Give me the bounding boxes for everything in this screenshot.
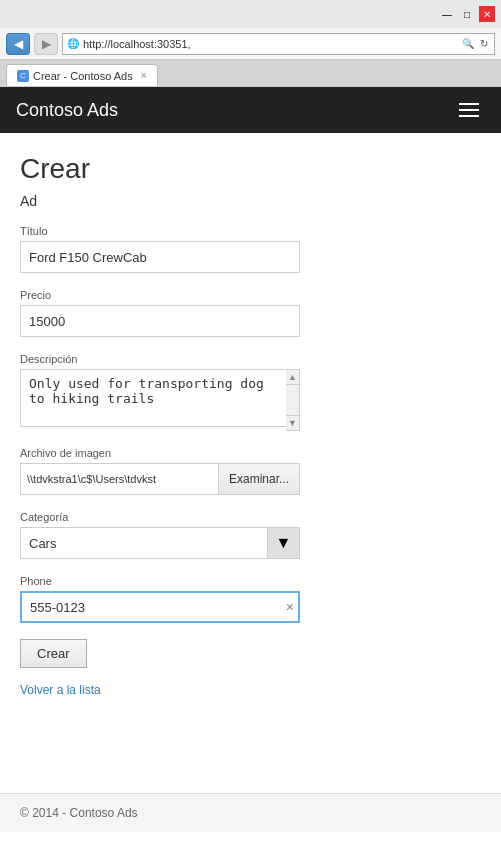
search-icon[interactable]: 🔍	[460, 38, 476, 49]
categoria-label: Categoría	[20, 511, 481, 523]
phone-clear-button[interactable]: ×	[286, 600, 294, 614]
descripcion-wrapper: ▲ ▼	[20, 369, 300, 431]
archivo-field-group: Archivo de imagen \\tdvkstra1\c$\Users\t…	[20, 447, 481, 495]
archivo-label: Archivo de imagen	[20, 447, 481, 459]
title-bar: — □ ✕	[0, 0, 501, 28]
close-button[interactable]: ✕	[479, 6, 495, 22]
section-title: Ad	[20, 193, 481, 209]
maximize-button[interactable]: □	[459, 6, 475, 22]
footer: © 2014 - Contoso Ads	[0, 793, 501, 832]
navbar-toggle-button[interactable]	[453, 97, 485, 123]
forward-button[interactable]: ▶	[34, 33, 58, 55]
file-input-wrapper: \\tdvkstra1\c$\Users\tdvkst Examinar...	[20, 463, 300, 495]
toggle-line-1	[459, 103, 479, 105]
url-actions: 🔍 ↻	[460, 38, 490, 49]
address-bar: ◀ ▶ 🌐 http://localhost:30351, 🔍 ↻	[0, 28, 501, 60]
tab-favicon: C	[17, 70, 29, 82]
page-icon: 🌐	[67, 38, 79, 49]
back-button[interactable]: ◀	[6, 33, 30, 55]
toggle-line-2	[459, 109, 479, 111]
main-content: Crear Ad Título Precio Descripción ▲ ▼ A…	[0, 133, 501, 773]
categoria-select[interactable]: Cars ▼	[20, 527, 300, 559]
precio-field-group: Precio	[20, 289, 481, 337]
footer-text: © 2014 - Contoso Ads	[20, 806, 138, 820]
scroll-up-button[interactable]: ▲	[286, 370, 299, 385]
phone-input[interactable]	[20, 591, 300, 623]
phone-input-wrapper: ×	[20, 591, 300, 623]
url-text: http://localhost:30351,	[83, 38, 191, 50]
phone-label: Phone	[20, 575, 481, 587]
minimize-button[interactable]: —	[439, 6, 455, 22]
url-bar[interactable]: 🌐 http://localhost:30351, 🔍 ↻	[62, 33, 495, 55]
categoria-field-group: Categoría Cars ▼	[20, 511, 481, 559]
toggle-line-3	[459, 115, 479, 117]
textarea-scrollbar: ▲ ▼	[286, 369, 300, 431]
precio-label: Precio	[20, 289, 481, 301]
titulo-field-group: Título	[20, 225, 481, 273]
select-arrow-icon[interactable]: ▼	[267, 528, 299, 558]
back-link[interactable]: Volver a la lista	[20, 683, 101, 697]
titulo-label: Título	[20, 225, 481, 237]
browser-chrome: — □ ✕ ◀ ▶ 🌐 http://localhost:30351, 🔍 ↻ …	[0, 0, 501, 87]
tab-close-button[interactable]: ×	[141, 70, 147, 81]
descripcion-label: Descripción	[20, 353, 481, 365]
descripcion-textarea[interactable]	[20, 369, 286, 427]
categoria-value: Cars	[21, 536, 267, 551]
file-path-text: \\tdvkstra1\c$\Users\tdvkst	[21, 464, 218, 494]
tab-title: Crear - Contoso Ads	[33, 70, 133, 82]
browser-tab[interactable]: C Crear - Contoso Ads ×	[6, 64, 158, 86]
browse-button[interactable]: Examinar...	[218, 464, 299, 494]
page-title: Crear	[20, 153, 481, 185]
descripcion-field-group: Descripción ▲ ▼	[20, 353, 481, 431]
phone-field-group: Phone ×	[20, 575, 481, 623]
crear-submit-button[interactable]: Crear	[20, 639, 87, 668]
refresh-icon[interactable]: ↻	[478, 38, 490, 49]
navbar-brand: Contoso Ads	[16, 100, 118, 121]
tab-bar: C Crear - Contoso Ads ×	[0, 60, 501, 86]
scroll-down-button[interactable]: ▼	[286, 415, 299, 430]
precio-input[interactable]	[20, 305, 300, 337]
navbar: Contoso Ads	[0, 87, 501, 133]
titulo-input[interactable]	[20, 241, 300, 273]
